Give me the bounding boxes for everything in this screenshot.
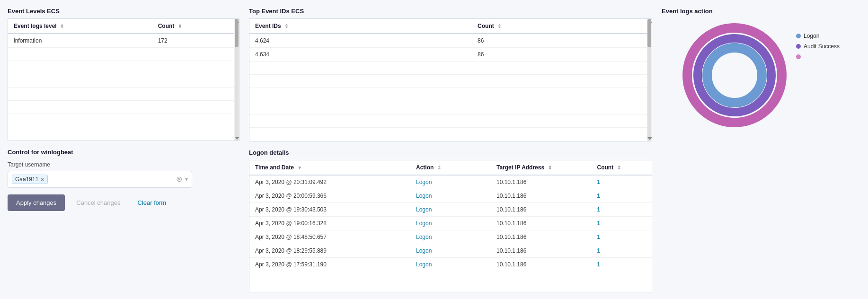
time-cell: Apr 3, 2020 @ 19:30:43.503 xyxy=(249,202,410,216)
logon-row: Apr 3, 2020 @ 19:00:16.328 Logon 10.10.1… xyxy=(249,216,652,230)
table-row-empty xyxy=(8,101,234,114)
legend-label-dash: - xyxy=(804,53,806,60)
col-count-logon[interactable]: Count ⇕ xyxy=(592,160,652,175)
event-levels-title: Event Levels ECS xyxy=(8,8,239,15)
event-levels-table: Event logs level ⇕ Count ⇕ information17… xyxy=(8,19,234,141)
logon-row: Apr 3, 2020 @ 20:00:59.366 Logon 10.10.1… xyxy=(249,189,652,202)
event-levels-section: Event Levels ECS Event logs level ⇕ Coun… xyxy=(8,8,239,141)
table-row-empty xyxy=(249,128,647,141)
count-cell: 172 xyxy=(152,34,234,48)
logon-row: Apr 3, 2020 @ 17:59:31.190 Logon 10.10.1… xyxy=(249,257,652,271)
apply-changes-button[interactable]: Apply changes xyxy=(8,194,65,211)
donut-chart xyxy=(682,23,787,127)
ip-cell: 10.10.1.186 xyxy=(491,244,592,257)
logon-row: Apr 3, 2020 @ 18:29:55.889 Logon 10.10.1… xyxy=(249,244,652,257)
action-cell[interactable]: Logon xyxy=(410,244,491,257)
table-row: information172 xyxy=(8,34,234,48)
col-count-level[interactable]: Count ⇕ xyxy=(152,19,234,34)
target-username-input[interactable]: Gaa1911 × ⊗ ▾ xyxy=(8,171,192,188)
ip-cell: 10.10.1.186 xyxy=(491,202,592,216)
scroll-down-arrow-2[interactable] xyxy=(647,137,652,140)
action-cell[interactable]: Logon xyxy=(410,257,491,271)
legend-item-logon: Logon xyxy=(796,33,840,39)
sort-icon-eventid: ⇕ xyxy=(284,24,288,29)
legend-dot-logon xyxy=(796,34,801,38)
table-row-empty xyxy=(249,75,647,88)
count-cell: 1 xyxy=(592,257,652,271)
ip-cell: 10.10.1.186 xyxy=(491,257,592,271)
table-row-empty xyxy=(249,62,647,75)
action-cell[interactable]: Logon xyxy=(410,216,491,230)
table-row-empty xyxy=(8,114,234,127)
count-cell: 1 xyxy=(592,216,652,230)
event-levels-scrollbar[interactable] xyxy=(234,19,239,141)
col-action[interactable]: Action ⇕ xyxy=(410,160,491,175)
legend-dot-dash xyxy=(796,54,801,59)
sort-icon-count: ⇕ xyxy=(178,24,182,29)
event-levels-table-container: Event logs level ⇕ Count ⇕ information17… xyxy=(8,18,239,141)
top-event-ids-table-container: Event IDs ⇕ Count ⇕ 4,624864,63486 xyxy=(249,18,652,141)
logon-row: Apr 3, 2020 @ 18:48:50.657 Logon 10.10.1… xyxy=(249,230,652,244)
sort-icon-logon-count: ⇕ xyxy=(617,165,621,170)
ip-cell: 10.10.1.186 xyxy=(491,189,592,202)
sort-icon-count2: ⇕ xyxy=(497,24,501,29)
table-row-empty xyxy=(8,88,234,101)
action-cell[interactable]: Logon xyxy=(410,189,491,202)
main-layout: Event Levels ECS Event logs level ⇕ Coun… xyxy=(0,0,868,299)
clear-input-icon[interactable]: ⊗ xyxy=(176,175,182,184)
col-target-ip[interactable]: Target IP Address ⇕ xyxy=(491,160,592,175)
table-row: 4,63486 xyxy=(249,48,647,62)
right-panel: Event logs action Logon xyxy=(662,8,860,291)
legend-item-dash: - xyxy=(796,53,840,60)
middle-panel: Top Event IDs ECS Event IDs ⇕ Count ⇕ xyxy=(249,8,652,291)
ip-cell: 10.10.1.186 xyxy=(491,175,592,189)
count-cell: 86 xyxy=(472,34,647,48)
scrollbar-track xyxy=(235,19,239,141)
col-count-eventid[interactable]: Count ⇕ xyxy=(472,19,647,34)
scrollbar-track-2 xyxy=(647,19,651,141)
sort-icon-ip: ⇕ xyxy=(548,165,552,170)
event-logs-action-title: Event logs action xyxy=(662,8,860,15)
action-cell[interactable]: Logon xyxy=(410,230,491,244)
ip-cell: 10.10.1.186 xyxy=(491,216,592,230)
time-cell: Apr 3, 2020 @ 18:48:50.657 xyxy=(249,230,410,244)
time-cell: Apr 3, 2020 @ 20:00:59.366 xyxy=(249,189,410,202)
sort-icon-action: ⇕ xyxy=(437,165,441,170)
top-event-ids-scrollbar[interactable] xyxy=(647,19,652,141)
scrollbar-thumb-2[interactable] xyxy=(647,19,651,47)
action-cell[interactable]: Logon xyxy=(410,202,491,216)
table-row-empty xyxy=(8,48,234,61)
tag-label: Gaa1911 xyxy=(15,176,38,183)
top-event-ids-section: Top Event IDs ECS Event IDs ⇕ Count ⇕ xyxy=(249,8,652,141)
count-cell: 1 xyxy=(592,230,652,244)
table-row-empty xyxy=(249,114,647,128)
count-cell: 1 xyxy=(592,189,652,202)
logon-row: Apr 3, 2020 @ 19:30:43.503 Logon 10.10.1… xyxy=(249,202,652,216)
table-row-empty xyxy=(249,101,647,114)
username-tag: Gaa1911 × xyxy=(12,175,48,184)
tag-input-actions: ⊗ ▾ xyxy=(176,175,188,184)
clear-form-button[interactable]: Clear form xyxy=(132,194,172,211)
sort-icon-time: ▼ xyxy=(297,165,302,170)
table-row-empty xyxy=(249,88,647,101)
table-row-empty xyxy=(8,127,234,141)
scrollbar-thumb[interactable] xyxy=(235,19,239,47)
action-buttons: Apply changes Cancel changes Clear form xyxy=(8,194,239,211)
donut-svg xyxy=(682,23,787,127)
logon-details-section: Logon details Time and Date ▼ Action ⇕ xyxy=(249,149,652,292)
legend-label-logon: Logon xyxy=(804,33,819,39)
col-time-date[interactable]: Time and Date ▼ xyxy=(249,160,410,175)
col-event-ids[interactable]: Event IDs ⇕ xyxy=(249,19,472,34)
table-row: 4,62486 xyxy=(249,34,647,48)
action-cell[interactable]: Logon xyxy=(410,175,491,189)
count-cell: 86 xyxy=(472,48,647,62)
time-cell: Apr 3, 2020 @ 17:59:31.190 xyxy=(249,257,410,271)
scroll-down-arrow[interactable] xyxy=(235,137,239,140)
count-cell: 1 xyxy=(592,175,652,189)
tag-close-icon[interactable]: × xyxy=(40,176,44,183)
logon-details-title: Logon details xyxy=(249,149,652,156)
chevron-down-icon[interactable]: ▾ xyxy=(185,176,188,183)
cancel-changes-button[interactable]: Cancel changes xyxy=(71,194,126,211)
col-event-logs-level[interactable]: Event logs level ⇕ xyxy=(8,19,152,34)
chart-legend: Logon Audit Success - xyxy=(796,23,840,60)
